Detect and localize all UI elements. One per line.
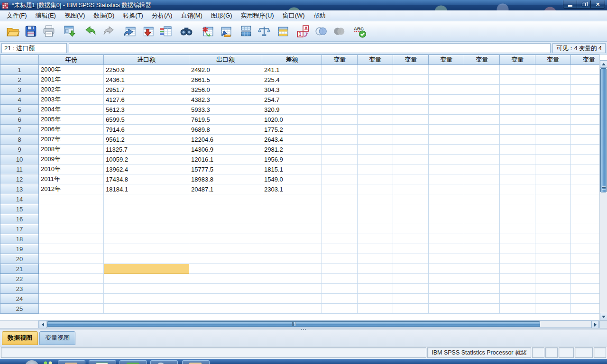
cell[interactable]	[464, 254, 500, 264]
column-header-variable[interactable]: 变量	[500, 55, 535, 65]
menu-item-file[interactable]: 文件(F)	[3, 10, 31, 21]
cell[interactable]: 2005年	[39, 115, 104, 125]
menu-item-view[interactable]: 视图(V)	[61, 10, 89, 21]
cell[interactable]	[322, 294, 358, 304]
cell[interactable]	[535, 155, 571, 164]
cell[interactable]	[322, 274, 358, 284]
redo-button[interactable]	[100, 23, 118, 40]
cell[interactable]	[500, 304, 535, 314]
scroll-left-button[interactable]	[39, 321, 46, 328]
cell[interactable]: 4127.6	[104, 95, 189, 105]
cell[interactable]: 14306.9	[189, 145, 262, 155]
cell[interactable]	[393, 115, 429, 125]
cell[interactable]	[322, 145, 358, 155]
cell[interactable]	[464, 105, 500, 115]
cell[interactable]	[104, 274, 189, 284]
row-number-21[interactable]: 21	[0, 264, 39, 274]
row-number-25[interactable]: 25	[0, 304, 39, 314]
cell[interactable]	[571, 294, 600, 304]
cell[interactable]	[39, 304, 104, 314]
cell[interactable]	[464, 155, 500, 164]
cell[interactable]	[262, 264, 322, 274]
cell[interactable]: 2006年	[39, 125, 104, 135]
cell[interactable]	[429, 214, 464, 224]
cell[interactable]	[500, 174, 535, 184]
cell[interactable]	[104, 224, 189, 234]
cell[interactable]: 9689.8	[189, 125, 262, 135]
cell[interactable]: 15777.5	[189, 164, 262, 174]
cell[interactable]	[571, 224, 600, 234]
cell[interactable]	[535, 115, 571, 125]
cell[interactable]: 2002年	[39, 85, 104, 95]
cell[interactable]	[464, 274, 500, 284]
windows-taskbar[interactable]	[0, 359, 607, 364]
cell[interactable]	[393, 284, 429, 294]
cell[interactable]	[429, 125, 464, 135]
cell[interactable]: 2492.0	[189, 65, 262, 75]
cell[interactable]: 254.7	[262, 95, 322, 105]
column-header-variable[interactable]: 变量	[358, 55, 393, 65]
cell[interactable]	[429, 184, 464, 194]
cell[interactable]	[393, 95, 429, 105]
cell[interactable]	[571, 145, 600, 155]
cell[interactable]	[322, 95, 358, 105]
cell[interactable]	[322, 224, 358, 234]
value-labels-button[interactable]: A1	[294, 23, 312, 40]
cell[interactable]	[393, 274, 429, 284]
grid-corner-cell[interactable]	[0, 55, 39, 65]
cell[interactable]	[571, 105, 600, 115]
cell[interactable]	[262, 304, 322, 314]
cell[interactable]	[535, 274, 571, 284]
cell[interactable]	[500, 125, 535, 135]
row-number-4[interactable]: 4	[0, 95, 39, 105]
cell[interactable]	[189, 224, 262, 234]
cell[interactable]	[464, 304, 500, 314]
cell[interactable]	[393, 254, 429, 264]
cell[interactable]: 9561.2	[104, 135, 189, 145]
cell[interactable]	[571, 184, 600, 194]
cell[interactable]	[358, 75, 393, 85]
cell[interactable]	[429, 105, 464, 115]
cell[interactable]	[39, 264, 104, 274]
horizontal-scroll-thumb[interactable]	[47, 321, 540, 327]
cell[interactable]	[104, 254, 189, 264]
cell[interactable]	[429, 95, 464, 105]
cell[interactable]	[189, 284, 262, 294]
cell[interactable]	[535, 254, 571, 264]
cell[interactable]	[358, 274, 393, 284]
cell[interactable]	[571, 284, 600, 294]
taskbar-button-5[interactable]	[182, 360, 210, 364]
cell[interactable]	[571, 194, 600, 204]
menu-item-graphs[interactable]: 图形(G)	[207, 10, 236, 21]
cell[interactable]	[358, 115, 393, 125]
cell[interactable]	[322, 174, 358, 184]
cell[interactable]	[262, 244, 322, 254]
cell[interactable]	[500, 145, 535, 155]
cell[interactable]	[358, 234, 393, 244]
cell[interactable]	[571, 135, 600, 145]
cell[interactable]	[189, 244, 262, 254]
cell[interactable]	[429, 284, 464, 294]
cell[interactable]	[189, 304, 262, 314]
cell[interactable]	[571, 204, 600, 214]
row-number-3[interactable]: 3	[0, 85, 39, 95]
cell[interactable]	[500, 85, 535, 95]
column-header-variable[interactable]: 变量	[322, 55, 358, 65]
cell[interactable]: 5933.3	[189, 105, 262, 115]
cell[interactable]: 2008年	[39, 145, 104, 155]
cell[interactable]	[393, 244, 429, 254]
cell[interactable]: 2003年	[39, 95, 104, 105]
cell[interactable]: 3256.0	[189, 85, 262, 95]
cell[interactable]: 13962.4	[104, 164, 189, 174]
cell[interactable]	[500, 284, 535, 294]
cell[interactable]: 2303.1	[262, 184, 322, 194]
cell[interactable]	[358, 204, 393, 214]
row-number-7[interactable]: 7	[0, 125, 39, 135]
cell[interactable]	[322, 284, 358, 294]
cell[interactable]	[464, 65, 500, 75]
menu-item-utilities[interactable]: 实用程序(U)	[237, 10, 278, 21]
cell[interactable]	[464, 125, 500, 135]
row-number-17[interactable]: 17	[0, 224, 39, 234]
cell[interactable]	[262, 214, 322, 224]
cell[interactable]	[464, 95, 500, 105]
